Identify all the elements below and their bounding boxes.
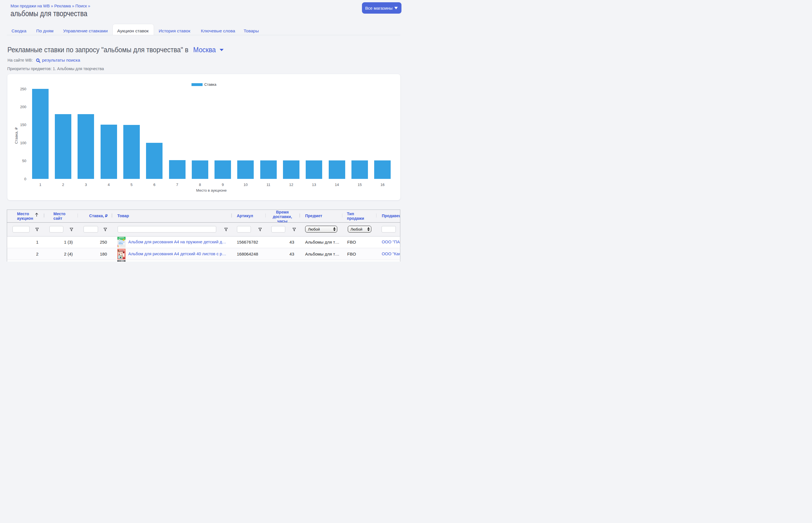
svg-text:ДЛЯ РИСОВАНИЯ: ДЛЯ РИСОВАНИЯ bbox=[118, 238, 124, 239]
svg-text:для рисования: для рисования bbox=[120, 251, 124, 251]
svg-text:30 см: 30 см bbox=[121, 245, 122, 245]
